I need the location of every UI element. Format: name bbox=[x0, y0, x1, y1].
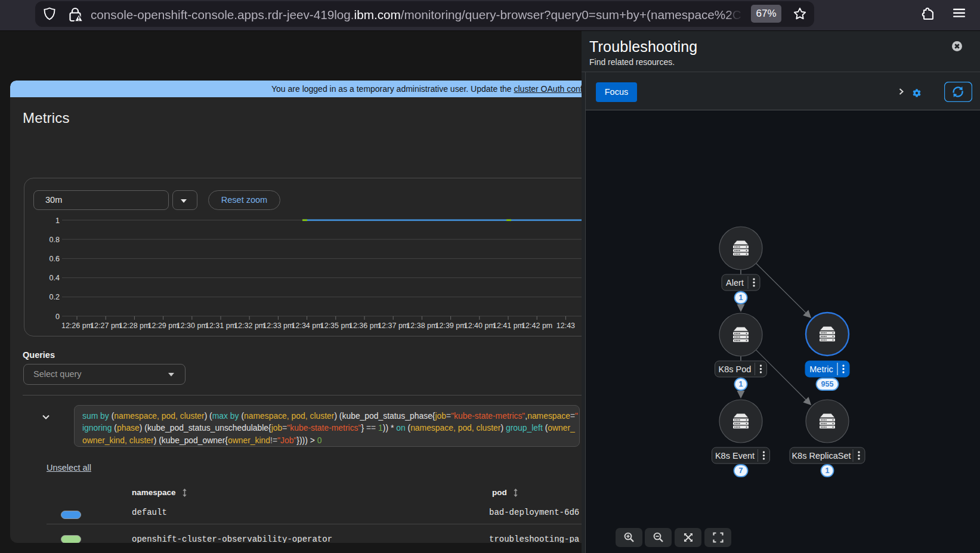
svg-text:12:36 pm: 12:36 pm bbox=[349, 322, 380, 330]
svg-text:1: 1 bbox=[55, 217, 60, 225]
svg-text:12:30 pm: 12:30 pm bbox=[177, 322, 208, 330]
svg-text:K8s Pod: K8s Pod bbox=[719, 364, 752, 374]
svg-text:12:34 pm: 12:34 pm bbox=[292, 322, 323, 330]
svg-text:12:33 pm: 12:33 pm bbox=[262, 322, 293, 330]
svg-text:0.4: 0.4 bbox=[50, 274, 60, 282]
svg-text:0.8: 0.8 bbox=[50, 236, 60, 244]
svg-text:12:27 pm: 12:27 pm bbox=[90, 322, 121, 330]
svg-text:12:37 pm: 12:37 pm bbox=[378, 322, 409, 330]
svg-text:1: 1 bbox=[826, 467, 830, 475]
svg-text:12:32 pm: 12:32 pm bbox=[234, 322, 265, 330]
svg-text:Metric: Metric bbox=[809, 364, 833, 374]
svg-text:K8s ReplicaSet: K8s ReplicaSet bbox=[792, 451, 851, 461]
svg-text:12:43: 12:43 bbox=[557, 322, 575, 330]
svg-text:12:41 pm: 12:41 pm bbox=[493, 322, 524, 330]
svg-text:1: 1 bbox=[739, 294, 743, 302]
svg-text:1: 1 bbox=[739, 380, 743, 388]
svg-text:12:35 pm: 12:35 pm bbox=[320, 322, 351, 330]
svg-text:955: 955 bbox=[821, 380, 834, 388]
svg-text:0.2: 0.2 bbox=[50, 293, 60, 301]
svg-text:7: 7 bbox=[739, 467, 743, 475]
svg-text:12:26 pm: 12:26 pm bbox=[61, 322, 92, 330]
svg-text:12:38 pm: 12:38 pm bbox=[406, 322, 437, 330]
svg-text:12:29 pm: 12:29 pm bbox=[148, 322, 179, 330]
svg-text:12:40 pm: 12:40 pm bbox=[464, 322, 495, 330]
svg-text:Alert: Alert bbox=[726, 278, 744, 288]
svg-text:0: 0 bbox=[55, 313, 60, 321]
svg-text:0.6: 0.6 bbox=[50, 255, 60, 263]
svg-text:12:31 pm: 12:31 pm bbox=[205, 322, 236, 330]
svg-text:K8s Event: K8s Event bbox=[715, 451, 755, 461]
svg-text:12:28 pm: 12:28 pm bbox=[119, 322, 150, 330]
svg-text:12:42 pm: 12:42 pm bbox=[521, 322, 552, 330]
svg-text:12:39 pm: 12:39 pm bbox=[435, 322, 466, 330]
